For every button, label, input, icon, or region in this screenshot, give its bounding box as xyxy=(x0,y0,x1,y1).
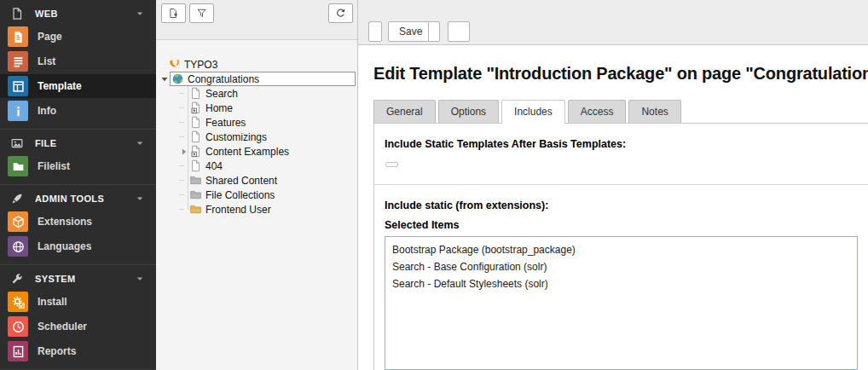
tree-node-label: TYPO3 xyxy=(184,59,217,71)
sidebar-item-reports[interactable]: Reports xyxy=(0,339,156,363)
tree-node-content-examples[interactable]: Content Examples xyxy=(156,144,357,159)
report-mod-icon xyxy=(8,341,28,361)
sidebar-section-web: WEBPageListTemplateInfo xyxy=(0,0,156,130)
tree-node-label: Features xyxy=(205,117,246,129)
folder-icon xyxy=(189,188,202,201)
tree-guide-dash xyxy=(179,122,184,123)
tree-node-file-collections[interactable]: File Collections xyxy=(156,188,357,202)
page-title: Edit Template "Introduction Package" on … xyxy=(373,64,868,84)
sidebar-item-list[interactable]: List xyxy=(0,49,156,73)
caret-down-icon[interactable] xyxy=(159,74,170,84)
gear-mod-icon xyxy=(8,292,28,312)
cube-mod-icon xyxy=(8,211,28,232)
chevron-down-icon xyxy=(134,273,146,285)
sidebar-section-header-system[interactable]: SYSTEM xyxy=(0,269,156,289)
tree-guide-dash xyxy=(179,165,184,166)
sidebar-item-info[interactable]: Info xyxy=(0,99,156,123)
save-options-button[interactable] xyxy=(429,21,440,42)
tree-node-selected-highlight: Congratulations xyxy=(170,72,356,86)
tree-guide-dash xyxy=(179,136,184,137)
delete-button[interactable] xyxy=(448,21,470,42)
tree-guide-dash xyxy=(179,93,184,94)
tree-node-label: File Collections xyxy=(205,189,275,201)
chevron-down-icon xyxy=(134,8,146,20)
sidebar-item-languages[interactable]: Languages xyxy=(0,234,156,258)
tab-options[interactable]: Options xyxy=(438,100,499,123)
refresh-icon xyxy=(335,8,346,19)
sidebar-item-label: Extensions xyxy=(38,216,92,228)
sidebar-section-header-admin-tools[interactable]: ADMIN TOOLS xyxy=(0,188,156,209)
tree-guide-dash xyxy=(179,107,184,108)
content-area: Save Edit Template "Introduction Package… xyxy=(358,0,868,370)
clock-mod-icon xyxy=(8,316,28,337)
caret-right-icon[interactable] xyxy=(179,147,189,157)
list-mod-icon xyxy=(8,51,28,72)
doc-header: Save xyxy=(358,0,868,45)
page-tree: TYPO3CongratulationsSearchHomeFeaturesCu… xyxy=(156,40,357,370)
tree-node-features[interactable]: Features xyxy=(156,115,357,130)
selected-item-option[interactable]: Search - Base Configuration (solr) xyxy=(385,258,857,275)
filter-icon xyxy=(196,8,207,19)
sidebar-section-label: ADMIN TOOLS xyxy=(35,194,134,204)
tree-node-typo3[interactable]: TYPO3 xyxy=(156,57,357,72)
tree-node-label: Customizings xyxy=(205,131,267,143)
selected-items-listbox[interactable]: Bootstrap Package (bootstrap_package)Sea… xyxy=(385,236,858,370)
sidebar-item-filelist[interactable]: Filelist xyxy=(0,154,156,178)
close-button[interactable] xyxy=(368,21,382,42)
save-button-group: Save xyxy=(388,21,440,42)
module-sidebar: WEBPageListTemplateInfoFILEFilelistADMIN… xyxy=(0,0,156,370)
sidebar-item-page[interactable]: Page xyxy=(0,25,156,49)
page-shortcut-icon xyxy=(189,101,202,114)
save-button[interactable]: Save xyxy=(388,21,429,42)
refresh-button[interactable] xyxy=(328,3,353,23)
tab-notes[interactable]: Notes xyxy=(628,100,680,123)
tab-panel-includes: Include Static Templates After Basis Tem… xyxy=(373,124,868,370)
sidebar-item-template[interactable]: Template xyxy=(0,74,156,98)
page-tree-icon xyxy=(189,87,202,100)
tree-guide-dash xyxy=(179,180,184,181)
sidebar-item-extensions[interactable]: Extensions xyxy=(0,210,156,234)
tree-node-label: Search xyxy=(205,88,238,100)
sidebar-item-label: Languages xyxy=(38,240,91,252)
selected-item-option[interactable]: Search - Default Stylesheets (solr) xyxy=(385,275,857,292)
tree-node-label: Home xyxy=(205,102,233,114)
tab-includes[interactable]: Includes xyxy=(501,100,565,124)
sidebar-item-label: Template xyxy=(38,80,82,92)
tree-node-congratulations[interactable]: Congratulations xyxy=(156,72,357,86)
include-static-after-basis-checkbox[interactable] xyxy=(385,162,398,167)
tree-node-customizings[interactable]: Customizings xyxy=(156,130,357,144)
include-static-label: Include static (from extensions): xyxy=(385,199,858,211)
tab-general[interactable]: General xyxy=(373,100,436,123)
globe-page-icon xyxy=(171,72,184,85)
page-tree-icon xyxy=(189,130,202,143)
filelist-mod-icon xyxy=(8,156,28,176)
sidebar-item-install[interactable]: Install xyxy=(0,290,156,314)
sidebar-section-system: SYSTEMInstallSchedulerReports xyxy=(0,265,156,370)
filter-button[interactable] xyxy=(189,3,214,23)
sidebar-section-header-web[interactable]: WEB xyxy=(0,3,156,24)
selected-item-option[interactable]: Bootstrap Package (bootstrap_package) xyxy=(385,241,857,258)
tab-bar: GeneralOptionsIncludesAccessNotes xyxy=(373,100,868,124)
image-outline-icon xyxy=(10,136,24,150)
tab-access[interactable]: Access xyxy=(568,100,627,123)
info-mod-icon xyxy=(8,101,28,121)
page-tree-icon xyxy=(189,116,202,129)
chevron-down-icon xyxy=(134,137,146,149)
chevron-down-icon xyxy=(134,193,146,205)
sidebar-item-scheduler[interactable]: Scheduler xyxy=(0,315,156,338)
new-page-icon xyxy=(168,8,179,19)
sidebar-section-admin-tools: ADMIN TOOLSExtensionsLanguages xyxy=(0,185,156,265)
sidebar-section-file: FILEFilelist xyxy=(0,130,156,185)
tree-node-shared-content[interactable]: Shared Content xyxy=(156,173,357,188)
tree-node-frontend-user[interactable]: Frontend User xyxy=(156,202,357,217)
folder-icon xyxy=(189,174,202,187)
tree-node-404[interactable]: 404 xyxy=(156,159,357,173)
sidebar-item-label: Scheduler xyxy=(38,321,87,332)
page-tree-icon xyxy=(189,159,202,172)
new-page-button[interactable] xyxy=(161,3,186,23)
tree-node-home[interactable]: Home xyxy=(156,101,357,115)
sidebar-section-header-file[interactable]: FILE xyxy=(0,133,156,153)
typo3-logo-icon xyxy=(168,58,181,71)
tree-node-label: Frontend User xyxy=(205,204,271,216)
tree-node-search[interactable]: Search xyxy=(156,86,357,101)
